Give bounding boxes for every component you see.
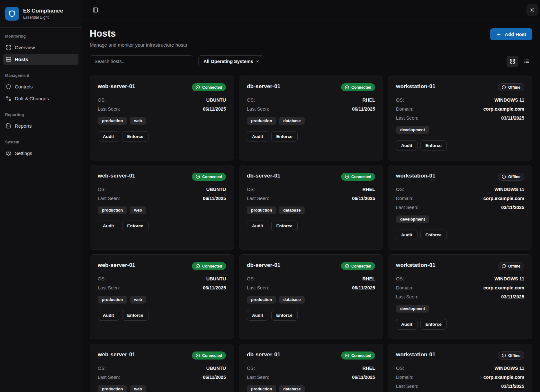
sidebar-item-drift-changes[interactable]: Drift & Changes: [3, 93, 78, 104]
tag-badge: database: [279, 117, 305, 125]
enforce-button[interactable]: Enforce: [122, 131, 148, 142]
enforce-button[interactable]: Enforce: [271, 310, 298, 321]
sidebar-item-label: Hosts: [15, 57, 28, 62]
add-host-button[interactable]: Add Host: [490, 28, 532, 40]
host-fields: OS:WINDOWS 11Domain:corp.example.comLast…: [396, 187, 524, 210]
host-field-row: Domain:corp.example.com: [396, 196, 524, 201]
field-label: OS:: [98, 276, 106, 281]
status-badge: Connected: [192, 83, 226, 91]
host-name: workstation-01: [396, 173, 436, 179]
audit-button[interactable]: Audit: [396, 319, 418, 330]
host-name: workstation-01: [396, 83, 436, 90]
status-badge: Connected: [341, 83, 375, 91]
filter-row: All Operating Systems: [90, 55, 532, 67]
status-label: Connected: [202, 264, 222, 269]
field-value: corp.example.com: [483, 196, 524, 201]
host-card: db-server-01 Connected OS:RHELLast Seen:…: [239, 344, 383, 392]
host-field-row: Last Seen:06/11/2025: [98, 375, 226, 380]
tag-badge: web: [130, 385, 146, 392]
tag-badge: database: [279, 206, 305, 214]
audit-button[interactable]: Audit: [98, 221, 119, 231]
field-label: OS:: [396, 276, 404, 281]
host-field-row: OS:WINDOWS 11: [396, 276, 524, 281]
host-field-row: Last Seen:06/11/2025: [98, 285, 226, 290]
field-value: UBUNTU: [206, 366, 226, 371]
field-value: 03/11/2025: [501, 115, 524, 121]
host-name: db-server-01: [247, 351, 280, 358]
host-actions: AuditEnforce: [98, 131, 226, 142]
host-actions: AuditEnforce: [247, 310, 375, 321]
field-value: 03/11/2025: [501, 205, 524, 210]
sidebar-item-settings[interactable]: Settings: [3, 148, 78, 159]
audit-button[interactable]: Audit: [396, 230, 418, 240]
enforce-button[interactable]: Enforce: [420, 319, 447, 330]
host-fields: OS:WINDOWS 11Domain:corp.example.comLast…: [396, 366, 524, 389]
host-field-row: Last Seen:06/11/2025: [247, 196, 375, 201]
enforce-button[interactable]: Enforce: [271, 131, 298, 142]
status-label: Offline: [508, 264, 520, 269]
field-label: Last Seen:: [396, 205, 418, 210]
field-value: 06/11/2025: [203, 375, 226, 380]
circle-dot-icon: [502, 264, 506, 268]
sidebar-item-controls[interactable]: Controls: [3, 81, 78, 92]
sidebar-item-overview[interactable]: Overview: [3, 42, 78, 53]
host-name: db-server-01: [247, 262, 280, 269]
status-badge: Offline: [498, 83, 524, 91]
audit-button[interactable]: Audit: [396, 140, 418, 151]
enforce-button[interactable]: Enforce: [420, 230, 447, 240]
host-name: web-server-01: [98, 83, 135, 90]
status-label: Offline: [508, 85, 520, 90]
field-label: Last Seen:: [247, 285, 269, 290]
audit-button[interactable]: Audit: [247, 131, 268, 142]
field-value: corp.example.com: [483, 285, 524, 290]
audit-button[interactable]: Audit: [247, 221, 268, 231]
host-name: web-server-01: [98, 262, 135, 269]
host-field-row: OS:RHEL: [247, 187, 375, 192]
theme-toggle-button[interactable]: [526, 4, 538, 16]
topbar: [82, 0, 540, 20]
host-tags: productionweb: [98, 296, 226, 304]
status-badge: Connected: [341, 173, 375, 181]
sidebar-item-reports[interactable]: Reports: [3, 120, 78, 132]
host-field-row: Last Seen:06/11/2025: [247, 285, 375, 290]
sidebar-item-hosts[interactable]: Hosts: [3, 54, 78, 65]
os-filter-dropdown[interactable]: All Operating Systems: [198, 55, 264, 67]
host-name: workstation-01: [396, 262, 436, 269]
sidebar-toggle-button[interactable]: [90, 4, 101, 16]
grid-view-icon: [510, 59, 515, 64]
field-label: OS:: [247, 276, 255, 281]
host-field-row: OS:RHEL: [247, 97, 375, 103]
host-field-row: OS:UBUNTU: [98, 276, 226, 281]
shield-icon: [8, 10, 16, 17]
list-view-button[interactable]: [521, 56, 532, 67]
enforce-button[interactable]: Enforce: [122, 221, 148, 231]
host-actions: AuditEnforce: [396, 140, 524, 151]
audit-button[interactable]: Audit: [98, 310, 119, 321]
host-field-row: Last Seen:06/11/2025: [98, 196, 226, 201]
audit-button[interactable]: Audit: [247, 310, 268, 321]
nav-section-reporting: Reporting: [3, 113, 78, 117]
status-label: Offline: [508, 175, 520, 179]
field-label: OS:: [247, 187, 255, 192]
host-field-row: Last Seen:03/11/2025: [396, 294, 524, 299]
grid-view-button[interactable]: [507, 56, 518, 67]
search-input[interactable]: [90, 55, 193, 67]
nav-section-management: Management: [3, 73, 78, 78]
enforce-button[interactable]: Enforce: [122, 310, 148, 321]
field-label: OS:: [98, 366, 106, 371]
host-field-row: Last Seen:06/11/2025: [247, 106, 375, 112]
list-view-icon: [524, 59, 529, 64]
host-card: workstation-01 Offline OS:WINDOWS 11Doma…: [388, 76, 532, 160]
check-circle-icon: [345, 353, 349, 358]
tag-badge: production: [98, 296, 127, 304]
status-badge: Offline: [498, 173, 524, 181]
host-card: workstation-01 Offline OS:WINDOWS 11Doma…: [388, 344, 532, 392]
enforce-button[interactable]: Enforce: [420, 140, 447, 151]
field-label: Last Seen:: [247, 375, 269, 380]
audit-button[interactable]: Audit: [98, 131, 119, 142]
host-name: db-server-01: [247, 83, 280, 90]
enforce-button[interactable]: Enforce: [271, 221, 298, 231]
field-value: 06/11/2025: [352, 196, 375, 201]
host-card: workstation-01 Offline OS:WINDOWS 11Doma…: [388, 254, 532, 339]
sidebar: E8 Compliance Essential Eight Monitoring…: [0, 0, 82, 392]
